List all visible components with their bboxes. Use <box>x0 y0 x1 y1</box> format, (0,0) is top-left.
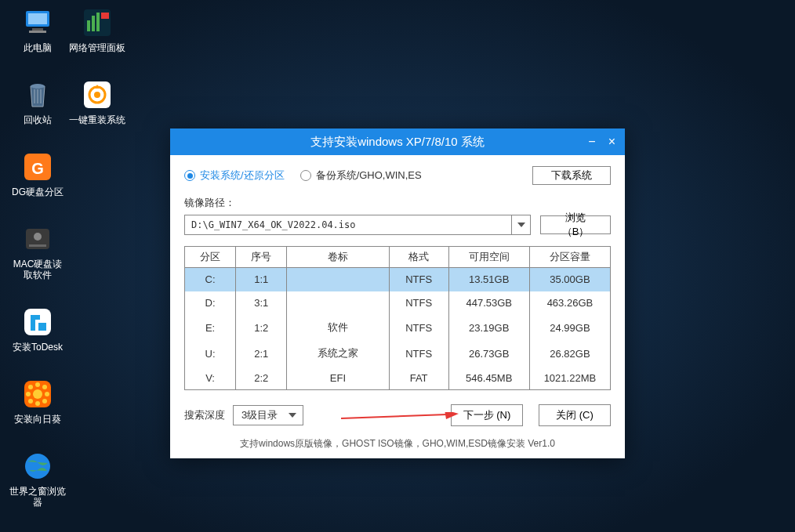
svg-rect-3 <box>29 31 46 33</box>
next-button[interactable]: 下一步 (N) <box>451 404 523 426</box>
image-path-value: D:\G_WIN7_X64_OK_V2022.04.iso <box>185 219 511 230</box>
svg-line-36 <box>341 414 447 418</box>
svg-point-23 <box>28 399 33 404</box>
desktop-icon-todesk[interactable]: 安装ToDesk <box>9 306 66 353</box>
sunflower-icon <box>21 378 54 411</box>
desktop-icon-dg[interactable]: GDG硬盘分区 <box>9 150 66 197</box>
mac-icon <box>21 223 54 255</box>
svg-marker-35 <box>289 413 296 418</box>
desktop-icon-label: MAC硬盘读取软件 <box>9 259 66 280</box>
svg-point-4 <box>31 84 45 89</box>
globe-icon <box>21 450 54 483</box>
window-title: 支持安装windows XP/7/8/10 系统 <box>310 135 485 150</box>
bin-icon <box>21 78 54 111</box>
desktop-icon-label: 一键重装系统 <box>69 114 125 125</box>
svg-point-11 <box>34 233 42 241</box>
svg-marker-34 <box>517 223 525 227</box>
download-button[interactable]: 下载系统 <box>532 166 611 185</box>
browse-button[interactable]: 浏览（B） <box>540 215 611 234</box>
svg-point-33 <box>94 92 100 98</box>
radio-icon <box>300 170 311 181</box>
close-button[interactable]: 关闭 (C) <box>539 404 611 426</box>
desktop-icon-reinstall[interactable]: 一键重装系统 <box>69 78 125 125</box>
close-icon[interactable]: × <box>608 135 615 149</box>
col-header: 格式 <box>389 247 448 268</box>
chevron-down-icon <box>289 413 296 418</box>
svg-rect-28 <box>92 16 95 31</box>
todesk-icon <box>21 306 54 338</box>
svg-rect-13 <box>24 309 51 335</box>
desktop-icon-label: 回收站 <box>24 114 52 125</box>
arrow-annotation <box>341 412 459 422</box>
chevron-down-icon[interactable] <box>511 215 530 234</box>
reinstall-icon <box>81 78 114 111</box>
col-header: 分区容量 <box>529 247 610 268</box>
svg-rect-12 <box>29 244 46 247</box>
svg-rect-2 <box>32 28 43 31</box>
desktop-icon-label: 安装向日葵 <box>14 414 61 425</box>
table-row[interactable]: D:3:1NTFS447.53GB463.26GB <box>185 291 611 315</box>
desktop-icon-label: 安装ToDesk <box>13 342 63 353</box>
minimize-icon[interactable]: − <box>588 135 595 149</box>
search-depth-label: 搜索深度 <box>184 408 225 422</box>
radio-icon <box>184 170 195 181</box>
titlebar[interactable]: 支持安装windows XP/7/8/10 系统 − × <box>170 128 625 155</box>
svg-point-25 <box>25 454 50 479</box>
svg-point-19 <box>26 392 31 396</box>
pc-icon <box>21 6 54 39</box>
desktop-icon-globe[interactable]: 世界之窗浏览器 <box>9 450 66 508</box>
svg-point-20 <box>45 392 49 396</box>
svg-rect-29 <box>96 13 100 31</box>
desktop-icon-sunflower[interactable]: 安装向日葵 <box>9 378 66 425</box>
desktop-icon-bin[interactable]: 回收站 <box>9 78 66 125</box>
desktop-icon-label: 世界之窗浏览器 <box>9 486 66 508</box>
svg-point-18 <box>35 401 40 406</box>
desktop-icon-mac[interactable]: MAC硬盘读取软件 <box>9 223 66 280</box>
col-header: 分区 <box>185 247 236 268</box>
footer-text: 支持windows原版镜像，GHOST ISO镜像，GHO,WIM,ESD镜像安… <box>170 432 625 458</box>
col-header: 卷标 <box>287 247 389 268</box>
partition-table: 分区序号卷标格式可用空间分区容量 C:1:1NTFS13.51GB35.00GB… <box>184 246 611 390</box>
svg-point-24 <box>42 399 47 404</box>
desktop-icon-label: DG硬盘分区 <box>12 186 64 197</box>
desktop-icon-label: 此电脑 <box>24 42 52 53</box>
svg-rect-27 <box>87 20 90 31</box>
svg-point-16 <box>33 389 42 399</box>
table-row[interactable]: U:2:1系统之家NTFS26.73GB26.82GB <box>185 341 611 367</box>
desktop-icon-pc[interactable]: 此电脑 <box>9 6 66 53</box>
installer-window: 支持安装windows XP/7/8/10 系统 − × 安装系统/还原分区 备… <box>170 128 625 458</box>
netpanel-icon <box>81 6 114 39</box>
desktop-icon-netpanel[interactable]: 网络管理面板 <box>69 6 125 53</box>
svg-point-21 <box>28 385 33 389</box>
desktop-icon-label: 网络管理面板 <box>69 42 125 53</box>
table-row[interactable]: E:1:2软件NTFS23.19GB24.99GB <box>185 315 611 341</box>
col-header: 序号 <box>236 247 287 268</box>
col-header: 可用空间 <box>448 247 529 268</box>
svg-point-17 <box>35 382 40 387</box>
search-depth-select[interactable]: 3级目录 <box>233 405 303 425</box>
svg-rect-30 <box>101 13 109 19</box>
dg-icon: G <box>21 150 54 183</box>
table-row[interactable]: V:2:2EFIFAT546.45MB1021.22MB <box>185 367 611 390</box>
svg-rect-14 <box>38 323 46 331</box>
radio-backup[interactable]: 备份系统/GHO,WIN,ES <box>300 168 422 183</box>
image-path-label: 镜像路径： <box>184 196 611 210</box>
svg-rect-1 <box>28 13 47 24</box>
radio-install[interactable]: 安装系统/还原分区 <box>184 168 285 183</box>
table-row[interactable]: C:1:1NTFS13.51GB35.00GB <box>185 268 611 291</box>
svg-text:G: G <box>31 160 44 177</box>
image-path-combo[interactable]: D:\G_WIN7_X64_OK_V2022.04.iso <box>184 215 531 235</box>
svg-point-22 <box>42 385 47 389</box>
